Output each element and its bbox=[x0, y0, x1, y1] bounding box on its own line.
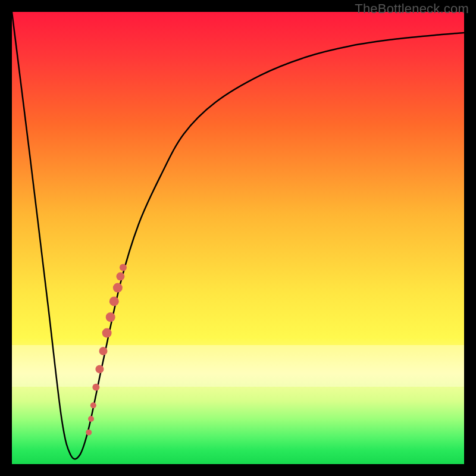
pale-overlay-band bbox=[12, 345, 464, 387]
scatter-dot bbox=[113, 283, 123, 293]
bottleneck-curve bbox=[12, 12, 464, 459]
scatter-dot bbox=[95, 365, 104, 373]
scatter-dot bbox=[109, 296, 119, 306]
chart-plot-area bbox=[12, 12, 464, 464]
scatter-dot bbox=[86, 430, 92, 436]
scatter-dot bbox=[99, 347, 108, 355]
scatter-dot bbox=[102, 328, 112, 338]
curve-layer bbox=[12, 12, 464, 464]
scatter-dot bbox=[120, 264, 127, 271]
scatter-dot bbox=[92, 384, 99, 391]
scatter-dot bbox=[116, 273, 124, 281]
scatter-dot bbox=[106, 312, 115, 322]
scatter-dot bbox=[90, 402, 96, 408]
attribution-label: TheBottleneck.com bbox=[355, 1, 469, 17]
scatter-points bbox=[86, 264, 127, 435]
scatter-dot bbox=[88, 416, 94, 422]
